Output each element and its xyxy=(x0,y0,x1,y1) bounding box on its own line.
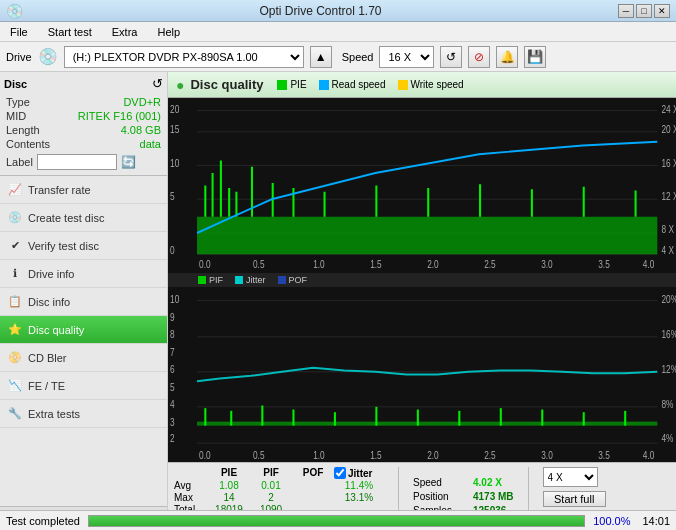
svg-rect-79 xyxy=(500,408,502,426)
drive-icon: 💿 xyxy=(38,47,58,66)
svg-text:0: 0 xyxy=(170,246,175,257)
disc-length-value: 4.08 GB xyxy=(121,124,161,136)
menu-file[interactable]: File xyxy=(4,24,34,40)
progress-bar-fill xyxy=(89,516,584,526)
save-button[interactable]: 💾 xyxy=(524,46,546,68)
disc-mid-value: RITEK F16 (001) xyxy=(78,110,161,122)
svg-rect-40 xyxy=(583,187,585,217)
minimize-button[interactable]: ─ xyxy=(618,4,634,18)
speed-value: 4.02 X xyxy=(473,477,502,488)
svg-text:10: 10 xyxy=(170,293,179,305)
info-button[interactable]: 🔔 xyxy=(496,46,518,68)
svg-rect-27 xyxy=(204,186,206,217)
svg-text:3.0: 3.0 xyxy=(541,449,553,461)
progress-bar-container xyxy=(88,515,585,527)
svg-rect-77 xyxy=(417,410,419,426)
stats-jitter-header-row: Jitter xyxy=(334,467,372,479)
svg-rect-34 xyxy=(292,188,294,217)
speed-select[interactable]: 16 X xyxy=(379,46,434,68)
title-bar: 💿 Opti Drive Control 1.70 ─ □ ✕ xyxy=(0,0,676,22)
svg-rect-26 xyxy=(197,217,657,255)
svg-rect-31 xyxy=(235,192,237,217)
window-controls: ─ □ ✕ xyxy=(618,4,670,18)
sidebar-item-disc-info[interactable]: 📋 Disc info xyxy=(0,288,167,316)
disc-refresh-icon[interactable]: ↺ xyxy=(152,76,163,91)
progress-text: 100.0% xyxy=(593,515,630,527)
test-speed-select[interactable]: 4 X xyxy=(543,467,598,487)
svg-rect-73 xyxy=(261,405,263,425)
sidebar-item-fe-te[interactable]: 📉 FE / TE xyxy=(0,372,167,400)
start-full-button[interactable]: Start full xyxy=(543,491,606,507)
legend-pie-dot xyxy=(277,80,287,90)
menu-help[interactable]: Help xyxy=(151,24,186,40)
disc-label-input[interactable] xyxy=(37,154,117,170)
settings-button[interactable]: ⊘ xyxy=(468,46,490,68)
right-panel: ● Disc quality PIE Read speed Write spee… xyxy=(168,72,676,530)
legend-pof: POF xyxy=(278,275,308,285)
speed-label: Speed xyxy=(413,477,465,488)
create-test-disc-icon: 💿 xyxy=(8,211,22,225)
svg-text:24 X: 24 X xyxy=(661,104,676,115)
title-bar-icon: 💿 xyxy=(6,3,23,19)
drive-select[interactable]: (H:) PLEXTOR DVDR PX-890SA 1.00 xyxy=(64,46,304,68)
drive-info-icon: ℹ xyxy=(8,267,22,281)
svg-rect-28 xyxy=(212,173,214,217)
svg-text:2.0: 2.0 xyxy=(427,449,439,461)
sidebar-item-cd-bler[interactable]: 📀 CD Bler xyxy=(0,344,167,372)
stats-avg-row: Avg 1.08 0.01 11.4% xyxy=(174,480,384,491)
sidebar: Disc ↺ Type DVD+R MID RITEK F16 (001) Le… xyxy=(0,72,168,530)
svg-rect-30 xyxy=(228,188,230,217)
svg-rect-41 xyxy=(635,191,637,217)
sidebar-item-label: Create test disc xyxy=(28,212,104,224)
legend-pof-dot xyxy=(278,276,286,284)
svg-rect-39 xyxy=(531,189,533,217)
stats-max-pif: 2 xyxy=(250,492,292,503)
sidebar-item-drive-info[interactable]: ℹ Drive info xyxy=(0,260,167,288)
sidebar-item-extra-tests[interactable]: 🔧 Extra tests xyxy=(0,400,167,428)
svg-text:0.0: 0.0 xyxy=(199,449,211,461)
legend-jitter-dot xyxy=(235,276,243,284)
svg-text:20 X: 20 X xyxy=(661,124,676,135)
menu-extra[interactable]: Extra xyxy=(106,24,144,40)
legend-read-speed-dot xyxy=(319,80,329,90)
sidebar-item-transfer-rate[interactable]: 📈 Transfer rate xyxy=(0,176,167,204)
transfer-rate-icon: 📈 xyxy=(8,183,22,197)
menu-start-test[interactable]: Start test xyxy=(42,24,98,40)
disc-label-icon[interactable]: 🔄 xyxy=(121,155,136,169)
refresh-button[interactable]: ↺ xyxy=(440,46,462,68)
stats-avg-pie: 1.08 xyxy=(208,480,250,491)
disc-length-row: Length 4.08 GB xyxy=(4,123,163,137)
stats-label-header xyxy=(174,467,208,479)
svg-rect-74 xyxy=(292,410,294,426)
status-time: 14:01 xyxy=(642,515,670,527)
stats-avg-pof xyxy=(292,480,334,491)
jitter-checkbox[interactable] xyxy=(334,467,346,479)
speed-row: Speed 4.02 X xyxy=(413,477,514,488)
disc-contents-label: Contents xyxy=(6,138,50,150)
position-value: 4173 MB xyxy=(473,491,514,502)
svg-rect-80 xyxy=(541,410,543,426)
status-bar: Test completed 100.0% 14:01 xyxy=(0,510,676,530)
stats-max-label: Max xyxy=(174,492,208,503)
disc-quality-title: Disc quality xyxy=(190,77,263,92)
svg-rect-70 xyxy=(197,422,657,426)
charts-area: 20 15 10 5 0 0.0 0.5 1.0 1.5 2.0 2.5 3.0… xyxy=(168,98,676,462)
sidebar-item-create-test-disc[interactable]: 💿 Create test disc xyxy=(0,204,167,232)
stats-max-row: Max 14 2 13.1% xyxy=(174,492,384,503)
eject-button[interactable]: ▲ xyxy=(310,46,332,68)
svg-text:4: 4 xyxy=(170,398,175,410)
disc-type-value: DVD+R xyxy=(123,96,161,108)
svg-rect-76 xyxy=(375,407,377,426)
nav-items: 📈 Transfer rate 💿 Create test disc ✔ Ver… xyxy=(0,176,167,506)
disc-type-label: Type xyxy=(6,96,30,108)
sidebar-item-verify-test-disc[interactable]: ✔ Verify test disc xyxy=(0,232,167,260)
svg-text:16%: 16% xyxy=(661,328,676,340)
maximize-button[interactable]: □ xyxy=(636,4,652,18)
close-button[interactable]: ✕ xyxy=(654,4,670,18)
sidebar-item-label: Disc quality xyxy=(28,324,84,336)
svg-text:2: 2 xyxy=(170,432,175,444)
svg-text:2.5: 2.5 xyxy=(484,259,496,270)
svg-rect-38 xyxy=(479,184,481,217)
menu-bar: File Start test Extra Help xyxy=(0,22,676,42)
sidebar-item-disc-quality[interactable]: ⭐ Disc quality xyxy=(0,316,167,344)
